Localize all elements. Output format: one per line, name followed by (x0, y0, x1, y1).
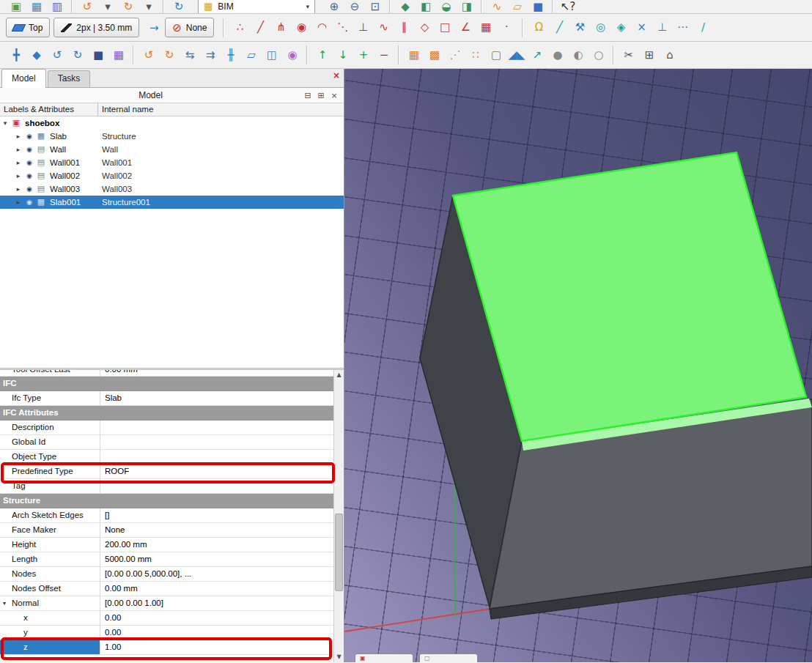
property-name-cell[interactable]: Ifc Type (0, 391, 100, 405)
property-row[interactable]: IFC Attributes (0, 406, 333, 421)
expander-icon[interactable] (0, 391, 9, 405)
tree-item-wall003[interactable]: ▸ ◉ ▤ Wall003 Wall003 (0, 182, 344, 196)
snap-square-icon[interactable]: □ (435, 18, 454, 37)
expander-icon[interactable] (0, 582, 9, 596)
property-name-cell[interactable]: y (0, 626, 100, 640)
property-row[interactable]: x 0.00 (0, 611, 333, 626)
close-icon[interactable]: × (328, 91, 341, 100)
zoom-out-icon[interactable]: ⊖ (345, 0, 364, 14)
property-name-cell[interactable]: Face Maker (0, 523, 100, 537)
new-document-icon[interactable]: ▣ (7, 0, 26, 14)
snap-arc-icon[interactable]: ◠ (312, 18, 331, 37)
upgrade-icon[interactable]: ↑ (313, 45, 332, 64)
property-row[interactable]: Nodes Offset 0.00 mm (0, 582, 333, 596)
property-row[interactable]: Face Maker None (0, 523, 333, 538)
mirror-icon[interactable]: ◢◣ (507, 45, 526, 64)
expander-icon[interactable] (0, 450, 9, 464)
center-target-icon[interactable]: ◎ (591, 18, 610, 37)
downgrade-icon[interactable]: ↓ (333, 45, 353, 64)
tree-item-wall[interactable]: ▸ ◉ ▤ Wall Wall (0, 143, 344, 156)
path-array-icon[interactable]: ⋰ (446, 45, 465, 64)
expander-icon[interactable]: ▸ (13, 182, 23, 196)
column-labels-attributes[interactable]: Labels & Attributes (0, 105, 74, 114)
snap-polygon-icon[interactable]: ◇ (415, 18, 434, 37)
bottom-dock-tab-report[interactable]: ▣ (355, 653, 413, 662)
front-view-icon[interactable]: ◧ (416, 0, 435, 14)
property-name-cell[interactable]: Global Id (0, 435, 100, 449)
property-row[interactable]: Height 200.00 mm (0, 538, 333, 552)
bottom-dock-tab-python[interactable]: ▢ (419, 653, 478, 662)
property-name-cell[interactable]: Length (0, 552, 100, 566)
property-name-cell[interactable]: ▾ Normal (0, 596, 100, 610)
section-plane-icon[interactable]: ⊞ (640, 45, 659, 64)
scissors-icon[interactable]: ✂ (619, 45, 638, 64)
close-line-icon[interactable]: × (632, 18, 651, 37)
open-document-icon[interactable]: ▦ (27, 0, 46, 14)
property-name-cell[interactable]: x (0, 611, 100, 625)
ortho-icon[interactable]: ⊥ (652, 18, 671, 37)
extend-icon[interactable]: ↻ (160, 45, 179, 64)
tree-item-wall002[interactable]: ▸ ◉ ▤ Wall002 Wall002 (0, 169, 344, 182)
zoom-in-icon[interactable]: ⊕ (325, 0, 344, 14)
facebinder-icon[interactable]: ● (548, 45, 567, 64)
building-part-icon[interactable]: ⌂ (660, 45, 679, 64)
expander-icon[interactable]: ▸ (13, 130, 23, 143)
expander-icon[interactable] (0, 508, 9, 522)
property-value-cell[interactable] (100, 421, 333, 434)
property-value-cell[interactable]: None (100, 523, 333, 537)
expander-icon[interactable]: ▾ (0, 116, 10, 130)
undo-icon[interactable]: ↺ (78, 0, 97, 14)
refresh-icon[interactable]: ↻ (169, 0, 188, 14)
property-row[interactable]: IFC (0, 377, 333, 391)
expander-icon[interactable]: ▾ (0, 596, 9, 610)
property-name-cell[interactable]: Nodes Offset (0, 582, 100, 596)
shape2d-view-icon[interactable]: ◐ (569, 45, 588, 64)
property-value-cell[interactable]: [0.00 0.00 5,000.00], ... (100, 567, 333, 581)
snap-intersection-icon[interactable]: ⋱ (333, 18, 352, 37)
visibility-eye-icon[interactable]: ◉ (23, 143, 35, 156)
property-value-cell[interactable] (100, 479, 333, 493)
measure-icon[interactable]: ∕ (693, 18, 712, 37)
redo-dropdown-icon[interactable]: ▾ (139, 0, 158, 14)
property-row[interactable]: Tag (0, 479, 333, 494)
property-value-cell[interactable]: [] (100, 508, 333, 522)
visibility-eye-icon[interactable]: ◉ (23, 156, 35, 169)
property-value-cell[interactable]: 5000.00 mm (100, 552, 333, 566)
expander-icon[interactable] (0, 479, 9, 493)
snap-grid-icon[interactable]: ▦ (476, 18, 495, 37)
dock-icon[interactable]: ⊟ (301, 91, 314, 100)
snap-angle-icon[interactable]: ∠ (456, 18, 475, 37)
property-row[interactable]: ▾ Normal [0.00 0.00 1.00] (0, 596, 333, 611)
snap-master-icon[interactable]: ∴ (230, 18, 249, 37)
property-value-cell[interactable] (100, 435, 333, 449)
link-array-icon[interactable]: ▩ (425, 45, 444, 64)
panel-close-icon[interactable]: × (333, 70, 340, 81)
part-box-icon[interactable]: ■ (528, 0, 547, 14)
column-internal-name[interactable]: Internal name (97, 103, 153, 116)
apply-style-icon[interactable]: → (144, 18, 163, 37)
property-row[interactable]: Nodes [0.00 0.00 5,000.00], ... (0, 567, 333, 582)
axonometric-view-icon[interactable]: ◆ (396, 0, 415, 14)
clone-icon[interactable]: ▢ (487, 45, 506, 64)
tree-item-wall001[interactable]: ▸ ◉ ▤ Wall001 Wall001 (0, 156, 344, 169)
copy-move-icon[interactable]: ◆ (27, 45, 46, 64)
property-name-cell[interactable]: Arch Sketch Edges (0, 508, 100, 522)
scrollbar-thumb[interactable] (335, 514, 343, 591)
property-value-cell[interactable] (100, 450, 333, 464)
property-name-cell[interactable]: Nodes (0, 567, 100, 581)
visibility-eye-icon[interactable]: ◉ (23, 196, 35, 209)
tab-tasks[interactable]: Tasks (48, 70, 91, 87)
rotate-icon[interactable]: ↺ (48, 45, 67, 64)
property-value-cell[interactable]: 200.00 mm (100, 538, 333, 552)
snap-lock-icon[interactable]: Ω (529, 18, 548, 37)
property-row[interactable]: Tool Offset Last 0.00 mm (0, 370, 333, 377)
boxes-icon[interactable]: ▦ (109, 45, 128, 64)
stretch-icon[interactable]: ◫ (262, 45, 281, 64)
property-name-cell[interactable]: IFC (0, 377, 333, 390)
property-value-cell[interactable]: 0.00 (100, 611, 333, 625)
scale-icon[interactable]: ▱ (242, 45, 261, 64)
working-plane-button[interactable]: Top (6, 18, 50, 37)
viewport-3d[interactable]: ▣ ▢ (344, 69, 812, 662)
rotate-copy-icon[interactable]: ↻ (68, 45, 87, 64)
snap-extension-icon[interactable]: ∿ (374, 18, 393, 37)
